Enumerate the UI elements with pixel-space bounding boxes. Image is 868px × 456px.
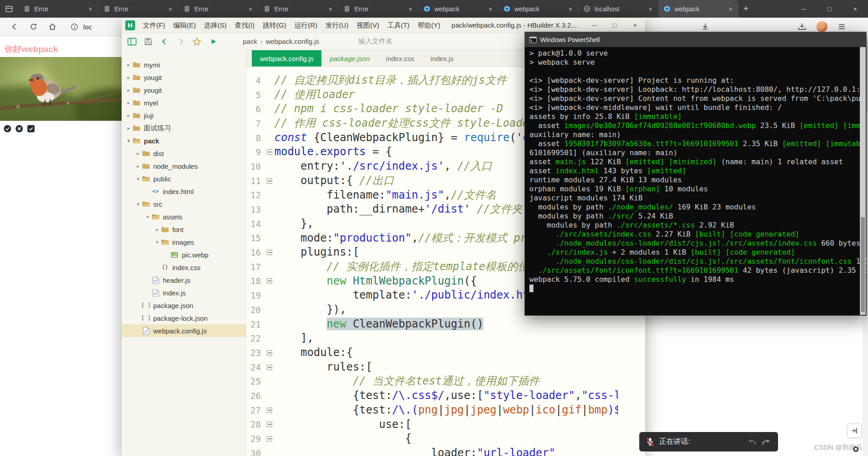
download-arrow-icon[interactable] [701, 22, 710, 31]
menu-icon[interactable] [837, 22, 846, 31]
browser-tab[interactable]: localhost× [578, 0, 658, 18]
code-line[interactable]: 22 ], [246, 331, 645, 346]
tree-item[interactable]: ▸yougit [122, 71, 246, 84]
tree-item[interactable]: ▾public [122, 172, 246, 185]
fold-icon[interactable] [264, 178, 274, 184]
tree-item[interactable]: {}index.css [122, 261, 246, 274]
code-line[interactable]: 30 loader:"url-loader" [246, 446, 645, 456]
menubar-item[interactable]: 跳转(G) [259, 18, 290, 33]
tab-close-icon[interactable]: × [646, 5, 655, 13]
tree-item[interactable]: ▸node_modules [122, 160, 246, 172]
fold-icon[interactable] [264, 350, 274, 356]
tab-close-icon[interactable]: × [566, 5, 575, 13]
browser-minimize-button[interactable]: ─ [791, 0, 816, 18]
tab-overview-icon[interactable] [0, 0, 18, 18]
chevron-down-icon[interactable]: ▾ [125, 138, 132, 144]
chevron-right-icon[interactable]: ▸ [125, 75, 132, 81]
browser-tab[interactable]: Error× [258, 0, 338, 18]
chevron-down-icon[interactable]: ▾ [154, 239, 160, 245]
nav-forward-icon[interactable] [176, 37, 185, 46]
info-icon[interactable] [70, 22, 79, 31]
tree-item[interactable]: ▾src [122, 198, 246, 210]
chevron-right-icon[interactable]: ▸ [125, 62, 132, 68]
chevron-down-icon[interactable]: ▾ [135, 201, 142, 207]
console-panel-icon[interactable] [127, 37, 137, 46]
settings-gear-icon[interactable] [852, 445, 860, 453]
browser-tab[interactable]: Error× [178, 0, 258, 18]
tab-close-icon[interactable]: × [726, 5, 735, 13]
code-line[interactable]: 24 rules:[ [246, 360, 645, 375]
chevron-right-icon[interactable]: ▸ [125, 87, 132, 93]
browser-tab[interactable]: Error× [98, 0, 178, 18]
tree-item[interactable]: ▸mymi [122, 58, 246, 71]
downloads-tray-icon[interactable] [797, 22, 807, 31]
address-bar[interactable]: loc [70, 22, 92, 31]
nav-back-icon[interactable] [160, 37, 169, 46]
check-circle-icon[interactable] [4, 125, 11, 133]
chevron-right-icon[interactable]: ▸ [154, 227, 160, 233]
tree-item[interactable]: ▾assets [122, 210, 246, 223]
browser-tab[interactable]: Error× [338, 0, 418, 18]
fold-icon[interactable] [264, 278, 274, 284]
tree-item[interactable]: index.js [122, 286, 246, 299]
check-square-icon[interactable] [27, 125, 35, 133]
fold-icon[interactable] [264, 422, 274, 427]
chevron-right-icon[interactable]: ▸ [125, 113, 132, 119]
tree-item[interactable]: <>index.html [122, 185, 246, 198]
tab-close-icon[interactable]: × [246, 5, 255, 13]
breadcrumb-file[interactable]: webpack.config.js [266, 38, 319, 45]
close-circle-icon[interactable] [15, 125, 23, 133]
hbuilderx-maximize-button[interactable]: □ [604, 18, 625, 33]
tree-item[interactable]: [ ]package-lock.json [122, 312, 246, 324]
code-line[interactable]: 21 new CleanWebpackPlugin() [246, 317, 645, 332]
fold-icon[interactable] [264, 149, 274, 155]
tab-close-icon[interactable]: × [166, 5, 175, 13]
mic-muted-icon[interactable] [646, 437, 655, 447]
breadcrumb-root[interactable]: pack [243, 38, 257, 45]
tree-item[interactable]: ▾images [122, 236, 246, 248]
collapse-panel-icon[interactable] [847, 423, 862, 438]
chevron-down-icon[interactable]: ▾ [144, 214, 151, 220]
code-line[interactable]: 26 {test:/\.css$/,use:["style-loader","c… [246, 389, 645, 403]
terminal-scrollbar-thumb[interactable] [861, 217, 865, 312]
hbuilderx-minimize-button[interactable]: ─ [584, 18, 604, 33]
tree-item[interactable]: header.js [122, 274, 246, 286]
hbuilderx-close-button[interactable]: × [625, 18, 645, 33]
chevron-right-icon[interactable]: ▸ [125, 100, 132, 106]
save-icon[interactable] [143, 37, 153, 46]
code-line[interactable]: 28 use:[ [246, 418, 645, 432]
tree-item[interactable]: ▸font [122, 223, 246, 236]
home-icon[interactable] [48, 22, 57, 31]
tree-item[interactable]: pic.webp [122, 248, 246, 261]
arrow-undo-icon[interactable] [746, 437, 757, 446]
tree-item[interactable]: ▸yougit [122, 84, 246, 96]
tree-item[interactable]: ▸面试练习 [122, 122, 246, 134]
fold-icon[interactable] [264, 408, 274, 413]
menubar-item[interactable]: 帮助(Y) [414, 18, 444, 33]
fold-icon[interactable] [264, 365, 274, 370]
editor-tab[interactable]: package.json [321, 50, 377, 66]
browser-close-button[interactable]: × [842, 0, 868, 18]
menubar-item[interactable]: 发行(U) [321, 18, 353, 33]
powershell-titlebar[interactable]: Windows PowerShell [525, 32, 866, 47]
tab-close-icon[interactable]: × [486, 5, 495, 13]
chevron-down-icon[interactable]: ▾ [135, 176, 142, 182]
tree-item[interactable]: [ ]package.json [122, 299, 246, 312]
editor-tab[interactable]: webpack.config.js [252, 50, 321, 66]
menubar-item[interactable]: 文件(F) [139, 18, 169, 33]
tree-item[interactable]: ▸dist [122, 147, 246, 160]
tree-item[interactable]: ▸jiuji [122, 109, 246, 122]
file-search[interactable]: 输入文件名 [346, 37, 392, 46]
fold-icon[interactable] [264, 436, 274, 442]
code-line[interactable]: 23 module:{ [246, 346, 645, 360]
breadcrumb[interactable]: pack › webpack.config.js [230, 37, 319, 46]
menubar-item[interactable]: 工具(T) [383, 18, 414, 33]
menubar-item[interactable]: 运行(R) [290, 18, 321, 33]
tab-close-icon[interactable]: × [406, 5, 415, 13]
favorite-icon[interactable] [192, 37, 202, 46]
menubar-item[interactable]: 编辑(E) [169, 18, 200, 33]
new-tab-button[interactable]: + [738, 0, 754, 18]
back-icon[interactable] [10, 22, 19, 31]
tree-item[interactable]: webpack.config.js [122, 324, 246, 337]
fold-icon[interactable] [264, 250, 274, 255]
